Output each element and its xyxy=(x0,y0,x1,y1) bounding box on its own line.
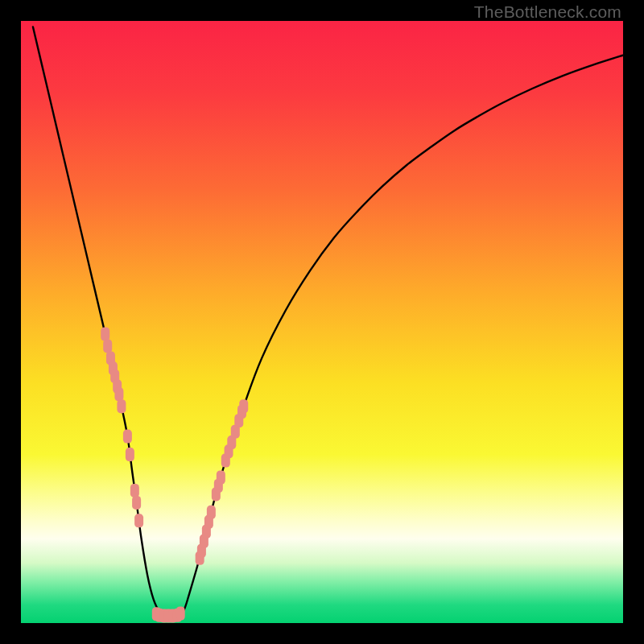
curve-markers xyxy=(101,327,248,622)
watermark-text: TheBottleneck.com xyxy=(474,2,621,22)
curve-marker xyxy=(217,470,225,484)
curve-layer xyxy=(21,21,623,623)
bottleneck-curve xyxy=(33,27,623,616)
curve-marker xyxy=(126,448,134,461)
curve-marker xyxy=(132,496,141,510)
curve-marker xyxy=(176,607,185,621)
chart-frame: TheBottleneck.com xyxy=(0,0,644,644)
curve-marker xyxy=(117,399,126,413)
curve-marker xyxy=(207,506,216,519)
curve-marker xyxy=(123,430,132,444)
plot-area xyxy=(21,21,623,623)
curve-marker xyxy=(114,387,123,401)
curve-marker xyxy=(103,339,112,353)
curve-marker xyxy=(134,514,143,527)
curve-marker xyxy=(239,399,248,413)
curve-marker xyxy=(101,327,109,341)
curve-marker xyxy=(130,484,139,497)
